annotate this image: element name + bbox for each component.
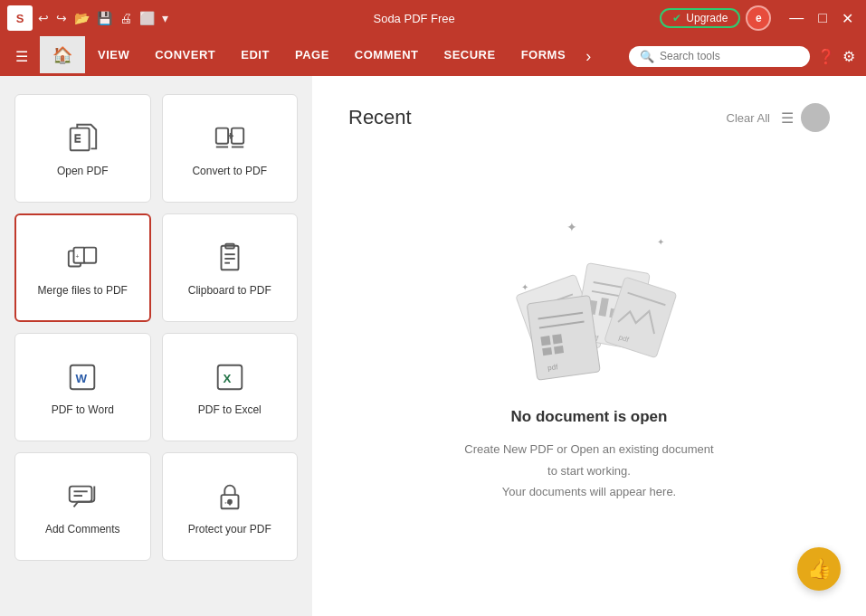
svg-rect-8 bbox=[84, 248, 96, 263]
window-controls: — □ ✕ bbox=[784, 10, 859, 27]
convert-pdf-icon bbox=[213, 121, 247, 156]
tile-add-comments[interactable]: Add Comments bbox=[14, 452, 151, 561]
menu-page[interactable]: PAGE bbox=[282, 36, 342, 76]
recent-header: Recent Clear All ☰ bbox=[348, 103, 830, 132]
svg-text:W: W bbox=[76, 372, 88, 385]
excel-icon: X bbox=[213, 360, 247, 394]
menu-view[interactable]: VIEW bbox=[85, 36, 142, 76]
menu-items: VIEW CONVERT EDIT PAGE COMMENT SECURE FO… bbox=[85, 36, 598, 76]
svg-rect-0 bbox=[71, 128, 90, 151]
thumbs-up-icon: 👍 bbox=[807, 557, 832, 581]
search-box[interactable]: 🔍 bbox=[629, 46, 810, 67]
list-view-icon[interactable]: ☰ bbox=[781, 109, 794, 127]
svg-rect-18 bbox=[70, 487, 92, 502]
tile-clipboard-pdf[interactable]: Clipboard to PDF bbox=[162, 213, 299, 322]
fab-thumbs-up[interactable]: 👍 bbox=[797, 547, 841, 591]
merge-files-label: Merge files to PDF bbox=[38, 284, 128, 299]
tile-open-pdf[interactable]: Open PDF bbox=[14, 94, 151, 203]
windows-icon[interactable]: ⬜ bbox=[139, 11, 155, 25]
check-icon: ✔ bbox=[672, 12, 681, 24]
svg-text:✦: ✦ bbox=[566, 220, 577, 234]
clipboard-icon bbox=[213, 241, 247, 275]
add-comments-label: Add Comments bbox=[45, 523, 120, 537]
maximize-button[interactable]: □ bbox=[813, 10, 833, 27]
home-button[interactable]: 🏠 bbox=[40, 36, 85, 76]
merge-icon: + bbox=[65, 241, 100, 275]
close-button[interactable]: ✕ bbox=[836, 10, 859, 27]
more-icon[interactable]: ▾ bbox=[162, 11, 168, 25]
tile-protect-pdf[interactable]: ** Protect your PDF bbox=[162, 452, 299, 561]
clear-all-button[interactable]: Clear All bbox=[727, 111, 770, 125]
pdf-excel-label: PDF to Excel bbox=[198, 403, 262, 418]
home-icon: 🏠 bbox=[52, 45, 72, 65]
tile-pdf-excel[interactable]: X PDF to Excel bbox=[162, 333, 299, 441]
redo-icon[interactable]: ↪ bbox=[56, 11, 67, 25]
clipboard-pdf-label: Clipboard to PDF bbox=[188, 284, 271, 299]
print-icon[interactable]: 🖨 bbox=[119, 11, 132, 25]
save-icon[interactable]: 💾 bbox=[97, 11, 112, 25]
settings-button[interactable]: ⚙ bbox=[842, 48, 855, 65]
svg-rect-47 bbox=[554, 346, 564, 354]
menu-comment[interactable]: COMMENT bbox=[342, 36, 432, 76]
upgrade-button[interactable]: ✔ Upgrade bbox=[660, 8, 740, 28]
svg-text:✦: ✦ bbox=[521, 282, 528, 292]
no-doc-title: No document is open bbox=[511, 408, 668, 426]
doc-illustration-svg: ✦ ✦ ✦ ✦ pdf bbox=[481, 209, 698, 381]
no-doc-desc: Create New PDF or Open an existing docum… bbox=[464, 439, 713, 502]
search-icon: 🔍 bbox=[640, 50, 654, 63]
menu-more[interactable]: › bbox=[578, 36, 598, 76]
hamburger-menu[interactable]: ☰ bbox=[4, 36, 40, 76]
open-pdf-label: Open PDF bbox=[57, 165, 109, 179]
svg-rect-41 bbox=[527, 296, 600, 381]
svg-rect-1 bbox=[216, 128, 228, 144]
tile-convert-to-pdf[interactable]: Convert to PDF bbox=[162, 94, 299, 203]
svg-text:✦: ✦ bbox=[657, 237, 664, 247]
doc-illustration: ✦ ✦ ✦ ✦ pdf bbox=[481, 209, 698, 390]
search-input[interactable] bbox=[660, 50, 799, 62]
menu-search-area: 🔍 ❓ ⚙ bbox=[598, 36, 862, 76]
svg-rect-46 bbox=[542, 347, 552, 355]
tile-merge-files[interactable]: + Merge files to PDF bbox=[14, 213, 151, 322]
svg-text:**: ** bbox=[224, 501, 229, 507]
app-logo: S bbox=[7, 5, 33, 31]
tile-pdf-word[interactable]: W PDF to Word bbox=[14, 333, 151, 441]
svg-text:pdf: pdf bbox=[547, 363, 559, 373]
app-title: Soda PDF Free bbox=[174, 12, 654, 25]
menu-secure[interactable]: SECURE bbox=[431, 36, 508, 76]
title-bar: S ↩ ↪ 📂 💾 🖨 ⬜ ▾ Soda PDF Free ✔ Upgrade … bbox=[0, 0, 866, 36]
help-button[interactable]: ❓ bbox=[817, 48, 835, 65]
left-panel: Open PDF Convert to PDF + Merge files to… bbox=[0, 76, 312, 616]
main-content: Open PDF Convert to PDF + Merge files to… bbox=[0, 76, 866, 616]
user-avatar[interactable]: e bbox=[746, 5, 771, 31]
word-icon: W bbox=[65, 360, 100, 394]
comment-icon bbox=[65, 479, 100, 514]
user-avatar-gray bbox=[801, 103, 830, 132]
svg-text:X: X bbox=[223, 372, 231, 385]
convert-pdf-label: Convert to PDF bbox=[192, 165, 267, 179]
protect-pdf-label: Protect your PDF bbox=[188, 523, 271, 537]
svg-text:+: + bbox=[76, 253, 80, 260]
open-pdf-icon bbox=[65, 121, 100, 156]
menu-bar: ☰ 🏠 VIEW CONVERT EDIT PAGE COMMENT SECUR… bbox=[0, 36, 866, 76]
menu-edit[interactable]: EDIT bbox=[228, 36, 282, 76]
empty-state: ✦ ✦ ✦ ✦ pdf bbox=[464, 159, 713, 589]
toolbar-icons: ↩ ↪ 📂 💾 🖨 ⬜ ▾ bbox=[38, 11, 168, 25]
pdf-word-label: PDF to Word bbox=[52, 403, 114, 418]
svg-rect-45 bbox=[552, 335, 562, 345]
open-icon[interactable]: 📂 bbox=[74, 11, 90, 25]
right-panel: Recent Clear All ☰ ✦ ✦ ✦ ✦ bbox=[312, 76, 866, 616]
svg-rect-44 bbox=[540, 336, 550, 346]
lock-icon: ** bbox=[213, 479, 247, 514]
menu-convert[interactable]: CONVERT bbox=[142, 36, 228, 76]
menu-forms[interactable]: FORMS bbox=[509, 36, 578, 76]
minimize-button[interactable]: — bbox=[784, 10, 809, 27]
recent-title: Recent bbox=[348, 106, 412, 129]
undo-icon[interactable]: ↩ bbox=[38, 11, 49, 25]
